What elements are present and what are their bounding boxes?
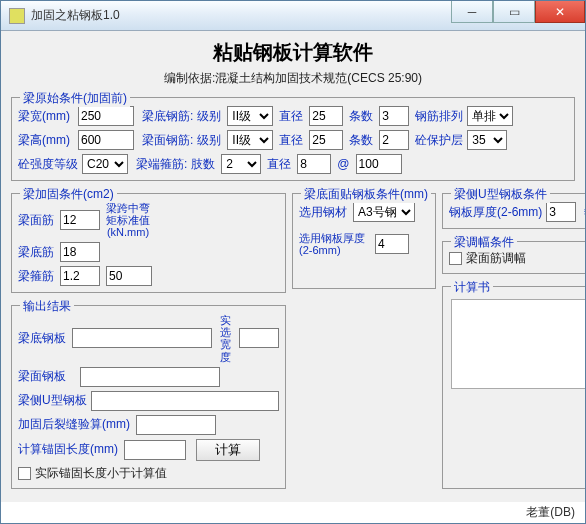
minimize-button[interactable]: ─: [451, 1, 493, 23]
lbl-anchor-short: 实际锚固长度小于计算值: [35, 465, 167, 482]
input-reinf-stir[interactable]: [60, 266, 100, 286]
select-cover[interactable]: 35: [467, 130, 507, 150]
lbl-at: @: [337, 157, 349, 171]
group-adjust: 梁调幅条件 梁面筋调幅: [442, 241, 585, 274]
lbl-legs: 肢数: [191, 156, 215, 173]
statusbar: 老董(DB): [1, 502, 585, 523]
legend-calcbook: 计算书: [451, 279, 493, 296]
input-beam-width[interactable]: [78, 106, 134, 126]
input-moment[interactable]: [106, 266, 152, 286]
window-title: 加固之粘钢板1.0: [31, 7, 451, 24]
lbl-grade2: 级别: [197, 132, 221, 149]
lbl-crack: 加固后裂缝验算(mm): [18, 416, 130, 433]
lbl-reinf-top: 梁面筋: [18, 212, 54, 229]
output-u-plate[interactable]: [91, 391, 279, 411]
group-reinforce: 梁加固条件(cm2) 梁面筋 梁跨中弯矩标准值(kN.mm) 梁底筋 梁箍筋: [11, 193, 286, 293]
lbl-cover: 砼保护层: [415, 132, 463, 149]
app-title: 粘贴钢板计算软件: [11, 37, 575, 70]
legend-original: 梁原始条件(加固前): [20, 90, 130, 107]
lbl-dia3: 直径: [267, 156, 291, 173]
lbl-steel: 选用钢材: [299, 204, 347, 221]
group-original: 梁原始条件(加固前) 梁宽(mm) 梁底钢筋: 级别 II级 直径 条数 钢筋排…: [11, 97, 575, 181]
legend-reinforce: 梁加固条件(cm2): [20, 186, 117, 203]
lbl-side-thick: 钢板厚度(2-6mm): [449, 204, 542, 221]
output-bot-plate[interactable]: [72, 328, 212, 348]
input-side-thick[interactable]: [546, 202, 576, 222]
input-reinf-top[interactable]: [60, 210, 100, 230]
lbl-stirrup: 梁端箍筋:: [136, 156, 187, 173]
checkbox-adjust[interactable]: [449, 252, 462, 265]
titlebar: 加固之粘钢板1.0 ─ ▭ ✕: [1, 1, 585, 31]
input-reinf-bot[interactable]: [60, 242, 100, 262]
output-top-plate[interactable]: [80, 367, 220, 387]
lbl-grade: 级别: [197, 108, 221, 125]
maximize-button[interactable]: ▭: [493, 1, 535, 23]
lbl-out-top: 梁面钢板: [18, 368, 80, 385]
lbl-count2: 条数: [349, 132, 373, 149]
lbl-reinf-stir: 梁箍筋: [18, 268, 54, 285]
lbl-anchor: 计算锚固长度(mm): [18, 441, 118, 458]
lbl-moment: 梁跨中弯矩标准值(kN.mm): [106, 202, 150, 238]
legend-plate-bottom: 梁底面贴钢板条件(mm): [301, 186, 431, 203]
author-label: 老董(DB): [526, 504, 575, 521]
output-crack[interactable]: [136, 415, 216, 435]
group-calcbook: 计算书 ▴▾: [442, 286, 585, 489]
lbl-out-bot: 梁底钢板: [18, 330, 72, 347]
lbl-dia2: 直径: [279, 132, 303, 149]
output-anchor[interactable]: [124, 440, 186, 460]
lbl-bottom-rebar: 梁底钢筋:: [142, 108, 193, 125]
legend-output: 输出结果: [20, 298, 74, 315]
input-bottom-count[interactable]: [379, 106, 409, 126]
input-bottom-dia[interactable]: [309, 106, 343, 126]
group-output: 输出结果 梁底钢板 实选宽度 梁面钢板 梁侧U型钢板: [11, 305, 286, 488]
calculate-button[interactable]: 计算: [196, 439, 260, 461]
lbl-reinf-bot: 梁底筋: [18, 244, 54, 261]
legend-adjust: 梁调幅条件: [451, 234, 517, 251]
lbl-top-rebar: 梁面钢筋:: [142, 132, 193, 149]
calcbook-area[interactable]: ▴▾: [451, 299, 585, 389]
lbl-beam-height: 梁高(mm): [18, 132, 70, 149]
select-legs[interactable]: 2: [221, 154, 261, 174]
input-beam-height[interactable]: [78, 130, 134, 150]
lbl-sel-width: 实选宽度: [216, 314, 235, 362]
lbl-thick: 选用钢板厚度(2-6mm): [299, 232, 365, 256]
lbl-beam-width: 梁宽(mm): [18, 108, 70, 125]
input-plate-thick[interactable]: [375, 234, 409, 254]
output-sel-width[interactable]: [239, 328, 279, 348]
select-steel[interactable]: A3号钢: [353, 202, 415, 222]
select-rebar-row[interactable]: 单排: [467, 106, 513, 126]
lbl-out-u: 梁侧U型钢板: [18, 392, 87, 409]
lbl-adjust: 梁面筋调幅: [466, 250, 526, 267]
app-subtitle: 编制依据:混凝土结构加固技术规范(CECS 25:90): [11, 70, 575, 91]
select-concrete[interactable]: C20: [82, 154, 128, 174]
lbl-dia: 直径: [279, 108, 303, 125]
select-bottom-grade[interactable]: II级: [227, 106, 273, 126]
app-icon: [9, 8, 25, 24]
legend-plate-side: 梁侧U型钢板条件: [451, 186, 550, 203]
select-top-grade[interactable]: II级: [227, 130, 273, 150]
checkbox-anchor-short[interactable]: [18, 467, 31, 480]
input-top-count[interactable]: [379, 130, 409, 150]
lbl-count: 条数: [349, 108, 373, 125]
input-stirrup-dia[interactable]: [297, 154, 331, 174]
group-plate-side: 梁侧U型钢板条件 钢板厚度(2-6mm) 箍板间距: [442, 193, 585, 229]
lbl-side-spacing: 箍板间距: [584, 204, 585, 221]
input-top-dia[interactable]: [309, 130, 343, 150]
lbl-conc: 砼强度等级: [18, 156, 78, 173]
lbl-row: 钢筋排列: [415, 108, 463, 125]
input-stirrup-spacing[interactable]: [356, 154, 402, 174]
group-plate-bottom: 梁底面贴钢板条件(mm) 选用钢材 A3号钢 选用钢板厚度(2-6mm): [292, 193, 436, 289]
close-button[interactable]: ✕: [535, 1, 585, 23]
